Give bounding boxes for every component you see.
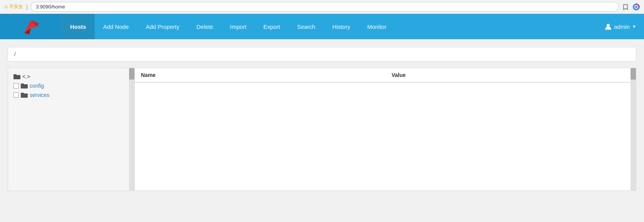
nav-export[interactable]: Export xyxy=(255,14,288,39)
svg-rect-9 xyxy=(21,84,28,88)
tree-item-services-label[interactable]: services xyxy=(30,92,49,98)
properties-table: Name Value xyxy=(135,68,631,83)
tree-item-config-label[interactable]: config xyxy=(30,83,44,89)
svg-rect-8 xyxy=(13,74,17,75)
nav-history[interactable]: History xyxy=(324,14,359,39)
nav-add-node[interactable]: Add Node xyxy=(95,14,138,39)
content-area: <.> config xyxy=(8,68,636,191)
svg-point-6 xyxy=(607,24,610,27)
brand-logo xyxy=(21,17,40,36)
svg-rect-12 xyxy=(21,93,24,94)
nav-monitor[interactable]: Monitor xyxy=(359,14,395,39)
breadcrumb-path: / xyxy=(14,51,16,57)
svg-rect-11 xyxy=(21,93,28,98)
user-icon xyxy=(605,23,612,30)
tree-content: <.> config xyxy=(8,68,134,103)
folder-icon-config xyxy=(21,83,28,88)
nav-import[interactable]: Import xyxy=(221,14,255,39)
column-name: Name xyxy=(135,68,386,82)
tree-item-parent-label: <.> xyxy=(22,73,30,80)
navbar-user[interactable]: admin ▼ xyxy=(605,23,636,30)
bookmark-icon[interactable] xyxy=(622,3,629,11)
security-warning: ⚠ 不安全 xyxy=(4,3,23,10)
nav-hosts[interactable]: Hosts xyxy=(62,14,95,39)
tree-scrollbar[interactable] xyxy=(129,68,134,190)
tree-checkbox-config[interactable] xyxy=(13,83,19,88)
address-bar[interactable]: 3:9090/home xyxy=(31,2,619,12)
table-header: Name Value xyxy=(135,68,631,82)
breadcrumb: / xyxy=(8,47,636,62)
table-scrollbar[interactable] xyxy=(631,68,636,190)
tree-item-config[interactable]: config xyxy=(13,81,127,90)
tree-checkbox-services[interactable] xyxy=(13,92,19,98)
tree-scrollbar-thumb[interactable] xyxy=(129,68,134,80)
folder-icon-services xyxy=(21,92,28,98)
folder-icon xyxy=(13,74,20,79)
address-separator: | xyxy=(26,4,28,10)
navbar-items: Hosts Add Node Add Property Delete Impor… xyxy=(62,14,605,39)
tree-panel: <.> config xyxy=(8,68,135,191)
nav-add-property[interactable]: Add Property xyxy=(137,14,188,39)
browser-chrome: ⚠ 不安全 | 3:9090/home xyxy=(0,0,644,14)
nav-search[interactable]: Search xyxy=(288,14,324,39)
table-panel: Name Value xyxy=(135,68,636,191)
dropdown-arrow-icon: ▼ xyxy=(632,24,636,29)
table-scrollbar-thumb[interactable] xyxy=(631,68,636,80)
navbar-brand[interactable] xyxy=(0,14,62,39)
svg-point-2 xyxy=(635,6,637,8)
tree-item-services[interactable]: services xyxy=(13,90,127,100)
svg-rect-7 xyxy=(13,75,20,79)
browser-icons xyxy=(622,3,640,11)
main-content: / <.> xyxy=(0,39,644,199)
chrome-icon xyxy=(632,3,640,11)
column-value: Value xyxy=(386,68,631,82)
navbar: Hosts Add Node Add Property Delete Impor… xyxy=(0,14,644,39)
svg-rect-10 xyxy=(21,83,24,85)
nav-delete[interactable]: Delete xyxy=(188,14,221,39)
username-label: admin xyxy=(614,23,630,30)
tree-item-parent[interactable]: <.> xyxy=(13,72,127,81)
